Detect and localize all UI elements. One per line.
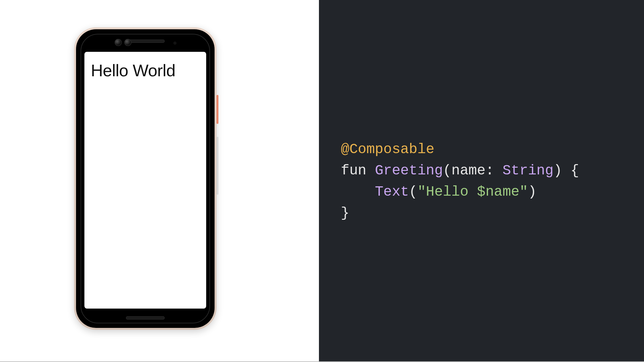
- code-indent: [341, 184, 375, 200]
- code-open-paren: (: [443, 162, 451, 179]
- code-colon: :: [485, 162, 503, 179]
- phone-preview-panel: Hello World: [0, 0, 319, 362]
- code-function-name: Greeting: [375, 162, 443, 179]
- phone-screen: Hello World: [84, 52, 206, 309]
- code-call-open: (: [409, 184, 417, 200]
- code-panel: @Composable fun Greeting(name: String) {…: [319, 0, 644, 362]
- proximity-sensor-icon: [173, 42, 177, 45]
- greeting-text: Hello World: [91, 61, 200, 80]
- bottom-speaker-icon: [126, 316, 165, 320]
- volume-rocker-icon: [216, 137, 218, 195]
- code-close-brace: }: [341, 205, 349, 221]
- code-param-name: name: [451, 162, 485, 179]
- code-call-close: ): [528, 184, 536, 200]
- phone-mockup: Hello World: [74, 27, 216, 330]
- code-close-paren-brace: ) {: [553, 162, 579, 179]
- front-camera-icon: [124, 39, 131, 46]
- code-call-name: Text: [375, 184, 409, 200]
- earpiece-icon: [126, 40, 165, 43]
- code-string-literal: "Hello $name": [418, 184, 528, 200]
- app-content: Hello World: [84, 52, 206, 89]
- code-snippet: @Composable fun Greeting(name: String) {…: [319, 139, 592, 224]
- front-camera-icon: [115, 39, 122, 46]
- code-param-type: String: [503, 162, 553, 179]
- code-keyword-fun: fun: [341, 162, 366, 179]
- power-button-icon: [216, 95, 218, 124]
- phone-body: Hello World: [76, 29, 215, 328]
- code-annotation: @Composable: [341, 141, 434, 157]
- slide: Hello World @Composable fun Greeting(nam…: [0, 0, 644, 362]
